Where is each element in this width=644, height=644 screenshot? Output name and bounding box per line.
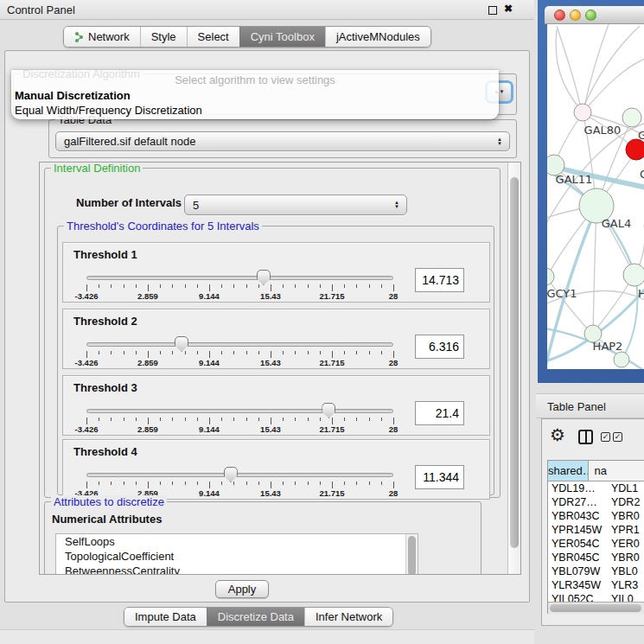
checkbox-icon[interactable]: ✓	[601, 432, 610, 442]
network-graph: GAL80GCGAL11GAL4GCY1HHAP2	[547, 24, 644, 369]
table-row[interactable]: YPR145WYPR1	[548, 523, 644, 537]
slider-track[interactable]	[86, 473, 393, 477]
slider-tick	[124, 481, 124, 485]
panel-vertical-scrollbar[interactable]	[507, 163, 520, 574]
algorithm-dropdown-popup: Select algorithm to view settings Manual…	[11, 70, 499, 119]
slider-tick	[381, 351, 382, 354]
network-edge[interactable]	[584, 24, 609, 106]
network-edge[interactable]	[556, 29, 582, 111]
scrollbar-thumb[interactable]	[550, 604, 641, 612]
slider-tick	[99, 284, 99, 288]
threshold-value-field[interactable]	[415, 335, 464, 359]
network-node[interactable]	[626, 139, 644, 160]
minimize-traffic-light-icon[interactable]	[570, 10, 581, 21]
table-column-header[interactable]: na	[589, 461, 644, 481]
slider-track[interactable]	[86, 409, 393, 413]
attribute-list-item[interactable]: SelfLoops	[56, 534, 418, 549]
table-panel-title: Table Panel	[547, 400, 606, 413]
numerical-attributes-list[interactable]: SelfLoopsTopologicalCoefficientBetweenne…	[55, 533, 418, 575]
threshold-value-field[interactable]	[415, 268, 464, 292]
tab-jactivemnodules[interactable]: jActiveMNodules	[325, 27, 430, 47]
tab-label: Select	[198, 27, 229, 47]
slider-tick	[344, 351, 345, 354]
tab-infer-network[interactable]: Infer Network	[304, 608, 392, 626]
slider-track[interactable]	[86, 276, 393, 280]
table-data-combo[interactable]: galFiltered.sif default node ▲▼	[55, 131, 510, 151]
slider-tick	[308, 351, 309, 354]
zoom-traffic-light-icon[interactable]	[585, 10, 596, 21]
slider-tick-label: 9.144	[199, 488, 220, 498]
threshold-value-field[interactable]	[415, 465, 464, 489]
slider-tick-label: -3.426	[75, 424, 99, 434]
tab-cyni-toolbox[interactable]: Cyni Toolbox	[239, 27, 325, 47]
gear-icon[interactable]: ⚙	[550, 426, 565, 443]
table-horizontal-scrollbar[interactable]	[548, 602, 644, 614]
settings-scroll-area: Interval Definition Number of Intervals …	[39, 162, 521, 575]
tab-discretize-data[interactable]: Discretize Data	[207, 608, 304, 626]
slider-tick	[221, 284, 222, 288]
network-edge-highlighted[interactable]	[622, 277, 637, 359]
algorithm-popup-item[interactable]: Manual Discretization	[15, 89, 131, 102]
table-cell: YBL079W	[548, 564, 605, 578]
table-rows: YDL19…YDL1YDR27…YDR2YBR043CYBR0YPR145WYP…	[548, 481, 644, 602]
algorithm-popup-item[interactable]: Equal Width/Frequency Discretization	[15, 104, 202, 117]
slider-tick	[369, 351, 370, 354]
table-cell: YDL1	[605, 481, 644, 495]
slider-tick	[381, 418, 382, 421]
table-row[interactable]: YBR045CYBR0	[548, 551, 644, 564]
network-edge[interactable]	[557, 26, 581, 109]
tab-impute-data[interactable]: Impute Data	[124, 608, 207, 626]
table-row[interactable]: YER054CYER0	[548, 537, 644, 551]
slider-track[interactable]	[86, 342, 393, 347]
slider-thumb[interactable]	[257, 270, 271, 285]
list-vertical-scrollbar[interactable]	[405, 534, 418, 575]
close-traffic-light-icon[interactable]	[554, 10, 565, 21]
tab-network[interactable]: Network	[64, 27, 140, 47]
table-cell: YIL0	[605, 592, 644, 602]
apply-button[interactable]: Apply	[215, 580, 269, 598]
tab-style[interactable]: Style	[140, 27, 187, 47]
table-row[interactable]: YDL19…YDL1	[548, 481, 644, 495]
scrollbar-thumb[interactable]	[510, 177, 519, 548]
number-of-intervals-combo[interactable]: 5 ▲▼	[184, 194, 407, 215]
network-window-titlebar[interactable]	[545, 6, 644, 24]
slider-thumb[interactable]	[322, 403, 335, 418]
network-node[interactable]	[622, 108, 641, 127]
table-row[interactable]: YBR043CYBR0	[548, 509, 644, 523]
slider-tick	[246, 418, 247, 421]
checkbox-icon[interactable]: ✓	[613, 432, 622, 442]
table-row[interactable]: YDR27…YDR2	[548, 495, 644, 509]
float-window-icon[interactable]	[488, 6, 497, 15]
slider-tick	[369, 284, 370, 288]
table-cell: YDR2	[605, 495, 644, 509]
attribute-list-item[interactable]: BetweennessCentrality	[56, 564, 418, 575]
threshold-value-field[interactable]	[415, 401, 464, 425]
tab-select[interactable]: Select	[187, 27, 239, 47]
table-header-row: shared…na	[548, 461, 644, 481]
network-node[interactable]	[574, 104, 591, 121]
network-node[interactable]	[623, 264, 644, 286]
close-icon[interactable]: ✖	[504, 3, 513, 15]
slider-tick-label: 2.859	[137, 358, 158, 367]
table-row[interactable]: YIL052CYIL0	[548, 592, 644, 602]
split-columns-icon[interactable]	[578, 430, 593, 444]
slider-tick	[308, 284, 309, 288]
slider-tick	[246, 284, 247, 288]
network-node-label: H	[638, 287, 644, 300]
network-canvas[interactable]: GAL80GCGAL11GAL4GCY1HHAP2	[547, 24, 644, 369]
table-row[interactable]: YLR345WYLR3	[548, 578, 644, 592]
table-column-header[interactable]: shared…	[548, 461, 589, 481]
table-row[interactable]: YBL079WYBL0	[548, 564, 644, 578]
network-edge[interactable]	[593, 208, 596, 332]
slider-thumb[interactable]	[224, 467, 238, 482]
network-node[interactable]	[614, 352, 629, 367]
network-edge[interactable]	[583, 59, 644, 112]
slider-thumb[interactable]	[175, 336, 188, 352]
attribute-list-item[interactable]: TopologicalCoefficient	[56, 549, 418, 564]
network-edge[interactable]	[582, 26, 640, 112]
network-edge[interactable]	[594, 280, 631, 332]
network-node[interactable]	[547, 268, 554, 285]
slider-tick-label: 28	[389, 291, 399, 301]
slider-tick-label: 28	[389, 424, 399, 434]
scrollbar-thumb[interactable]	[408, 536, 416, 575]
